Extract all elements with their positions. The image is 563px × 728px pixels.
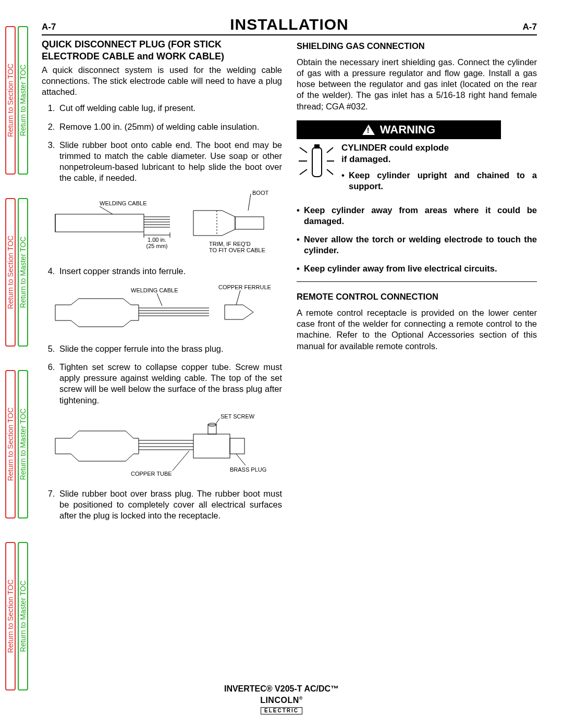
svg-text:SET SCREW: SET SCREW <box>221 413 255 419</box>
svg-line-24 <box>157 293 162 306</box>
quick-disconnect-intro: A quick disconnect system is used for th… <box>42 65 282 97</box>
svg-rect-42 <box>312 147 322 177</box>
svg-line-38 <box>236 454 246 465</box>
svg-rect-8 <box>235 217 264 229</box>
return-section-label: Return to Section TOC <box>6 64 15 137</box>
step-6: Tighten set screw to collapse copper tub… <box>57 362 282 405</box>
remote-control-heading: REMOTE CONTROL CONNECTION <box>297 291 537 302</box>
return-master-toc-link[interactable]: Return to Master TOC <box>18 26 28 175</box>
shielding-gas-heading: SHIELDING GAS CONNECTION <box>297 41 537 52</box>
svg-text:COPPER FERRULE: COPPER FERRULE <box>218 284 271 290</box>
steps-list-cont1: Insert copper strands into ferrule. <box>42 266 282 277</box>
svg-text:BRASS PLUG: BRASS PLUG <box>230 466 266 473</box>
return-master-toc-link[interactable]: Return to Master TOC <box>18 542 28 690</box>
warning-bullet: Keep cylinder away from areas where it c… <box>297 205 537 227</box>
steps-list-cont2: Slide the copper ferrule into the brass … <box>42 343 282 406</box>
page-number-left: A-7 <box>42 22 56 32</box>
svg-text:TO FIT OVER CABLE: TO FIT OVER CABLE <box>209 247 265 253</box>
warning-bullet: Keep cylinder away from live electrical … <box>297 263 537 274</box>
svg-text:BOOT: BOOT <box>252 191 268 196</box>
right-column: SHIELDING GAS CONNECTION Obtain the nece… <box>297 38 537 528</box>
warning-triangle-icon <box>362 125 375 135</box>
warning-bullet: Keep cylinder upright and chained to a s… <box>341 170 537 192</box>
model-name: INVERTEC® V205-T AC/DC™ <box>0 684 563 694</box>
warning-bullets: Keep cylinder away from areas where it c… <box>297 205 537 275</box>
return-section-toc-link[interactable]: Return to Section TOC <box>5 198 16 347</box>
page-footer: INVERTEC® V205-T AC/DC™ LINCOLN® ELECTRI… <box>0 684 563 714</box>
left-column: QUICK DISCONNECT PLUG (FOR STICK ELECTRO… <box>42 38 282 528</box>
svg-text:(25 mm): (25 mm) <box>146 243 167 249</box>
svg-rect-43 <box>314 144 320 149</box>
warning-banner: WARNING <box>297 120 501 139</box>
svg-line-46 <box>300 169 307 175</box>
svg-line-12 <box>100 206 113 214</box>
return-master-label: Return to Master TOC <box>19 65 27 136</box>
warning-label: WARNING <box>380 122 435 137</box>
svg-rect-32 <box>193 434 230 458</box>
page-title: INSTALLATION <box>230 16 349 33</box>
quick-disconnect-heading: QUICK DISCONNECT PLUG (FOR STICK ELECTRO… <box>42 39 282 63</box>
svg-line-37 <box>173 451 189 471</box>
divider <box>297 281 537 282</box>
figure-boot: WELDING CABLE BOOT 1.00 in. (25 mm) TRIM… <box>42 191 282 258</box>
svg-line-49 <box>327 169 333 175</box>
page-number-right: A-7 <box>523 22 537 32</box>
step-4: Insert copper strands into ferrule. <box>57 266 282 277</box>
lincoln-logo: LINCOLN® ELECTRIC <box>260 696 303 714</box>
return-section-toc-link[interactable]: Return to Section TOC <box>5 26 16 175</box>
step-1: Cut off welding cable lug, if present. <box>57 103 282 114</box>
steps-list-cont3: Slide rubber boot over brass plug. The r… <box>42 488 282 521</box>
figure-brass-plug: SET SCREW COPPER TUBE BRASS PLUG <box>42 413 282 481</box>
step-5: Slide the copper ferrule into the brass … <box>57 343 282 354</box>
step-7: Slide rubber boot over brass plug. The r… <box>57 488 282 521</box>
steps-list: Cut off welding cable lug, if present. R… <box>42 103 282 183</box>
figure-ferrule: WELDING CABLE COPPER FERRULE <box>42 284 282 336</box>
svg-line-44 <box>300 147 307 153</box>
remote-control-paragraph: A remote control receptacle is provided … <box>297 307 537 351</box>
shielding-gas-paragraph: Obtain the necessary inert shielding gas… <box>297 57 537 112</box>
warning-body: CYLINDER could explode if damaged. Keep … <box>297 142 537 200</box>
svg-text:WELDING CABLE: WELDING CABLE <box>131 287 178 293</box>
svg-line-36 <box>215 418 219 425</box>
step-2: Remove 1.00 in. (25mm) of welding cable … <box>57 121 282 132</box>
warning-bullet: Never allow the torch or welding electro… <box>297 234 537 256</box>
return-master-toc-link[interactable]: Return to Master TOC <box>18 370 28 519</box>
page-body: A-7 INSTALLATION A-7 QUICK DISCONNECT PL… <box>42 16 537 707</box>
return-section-toc-link[interactable]: Return to Section TOC <box>5 542 16 690</box>
svg-line-13 <box>248 194 251 211</box>
page-header: A-7 INSTALLATION A-7 <box>42 16 537 35</box>
svg-text:TRIM, IF REQ'D: TRIM, IF REQ'D <box>209 241 251 247</box>
svg-text:COPPER TUBE: COPPER TUBE <box>131 471 172 477</box>
return-master-toc-link[interactable]: Return to Master TOC <box>18 198 28 347</box>
return-section-toc-link[interactable]: Return to Section TOC <box>5 370 16 519</box>
svg-text:1.00 in.: 1.00 in. <box>147 237 166 243</box>
svg-text:WELDING CABLE: WELDING CABLE <box>100 200 146 206</box>
warning-lead: CYLINDER could explode if damaged. <box>341 142 537 165</box>
svg-line-47 <box>327 147 333 153</box>
step-3: Slide rubber boot onto cable end. The bo… <box>57 140 282 183</box>
cylinder-explode-icon <box>297 142 336 182</box>
svg-rect-0 <box>55 214 144 232</box>
svg-rect-33 <box>230 438 244 454</box>
svg-line-25 <box>236 290 240 305</box>
